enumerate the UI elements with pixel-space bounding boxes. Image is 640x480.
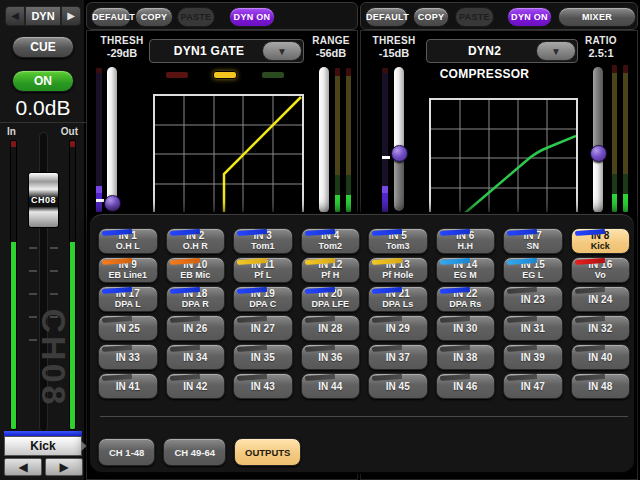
- channel-button[interactable]: IN 4Tom2: [301, 228, 361, 254]
- comp-thresh-slider-upper[interactable]: [394, 67, 404, 155]
- view-next-button[interactable]: ▶: [61, 6, 81, 26]
- channel-name: Pf L: [254, 270, 271, 281]
- channel-button[interactable]: IN 38: [436, 344, 496, 370]
- dyn1-dropdown-button[interactable]: ▼: [262, 41, 302, 61]
- channel-button[interactable]: IN 37: [368, 344, 428, 370]
- channel-button[interactable]: IN 8Kick: [571, 228, 631, 254]
- channel-button[interactable]: IN 33: [98, 344, 158, 370]
- channel-button[interactable]: IN 47: [503, 373, 563, 399]
- fader-handle[interactable]: CH08: [28, 172, 59, 228]
- comp-key-level-meter: [381, 67, 389, 213]
- channel-name-label[interactable]: Kick: [4, 436, 82, 456]
- prev-channel-button[interactable]: ◀: [4, 458, 42, 476]
- channel-button[interactable]: IN 29: [368, 315, 428, 341]
- channel-button[interactable]: IN 32: [571, 315, 631, 341]
- dyn2-type-dropdown[interactable]: DYN2 COMPRESSOR ▼: [426, 39, 578, 63]
- channel-name: Pf Hole: [382, 270, 413, 281]
- channel-button[interactable]: IN 5Tom3: [368, 228, 428, 254]
- comp-ratio-slider-upper[interactable]: [593, 67, 603, 155]
- channel-bank-tab[interactable]: OUTPUTS: [234, 438, 301, 466]
- channel-button[interactable]: IN 10EB Mic: [166, 257, 226, 283]
- channel-button[interactable]: IN 13Pf Hole: [368, 257, 428, 283]
- channel-button[interactable]: IN 20DPA LFE: [301, 286, 361, 312]
- channel-button[interactable]: IN 23: [503, 286, 563, 312]
- channel-button[interactable]: IN 11Pf L: [233, 257, 293, 283]
- channel-button[interactable]: IN 12Pf H: [301, 257, 361, 283]
- channel-button[interactable]: IN 15EG L: [503, 257, 563, 283]
- channel-button[interactable]: IN 19DPA C: [233, 286, 293, 312]
- dyn2-paste-button[interactable]: PASTE: [455, 7, 494, 27]
- channel-button[interactable]: IN 36: [301, 344, 361, 370]
- channel-button[interactable]: IN 21DPA Ls: [368, 286, 428, 312]
- channel-bank-tab[interactable]: CH 49-64: [163, 438, 226, 466]
- dyn2-copy-button[interactable]: COPY: [413, 7, 449, 27]
- gate-range-slider[interactable]: [319, 67, 329, 213]
- channel-name: DPA L: [115, 299, 141, 310]
- channel-button[interactable]: IN 3Tom1: [233, 228, 293, 254]
- next-channel-button[interactable]: ▶: [45, 458, 83, 476]
- channel-button[interactable]: IN 2O.H R: [166, 228, 226, 254]
- channel-button[interactable]: IN 16Vo: [571, 257, 631, 283]
- view-prev-button[interactable]: ◀: [5, 6, 25, 26]
- dyn2-dropdown-button[interactable]: ▼: [536, 41, 576, 61]
- channel-button[interactable]: IN 24: [571, 286, 631, 312]
- channel-on-button[interactable]: ON: [12, 70, 74, 92]
- dyn2-type-label: DYN2 COMPRESSOR: [427, 40, 542, 62]
- dyn1-default-button[interactable]: DEFAULT: [91, 7, 131, 27]
- dyn1-on-button[interactable]: DYN ON: [229, 7, 275, 27]
- channel-name: Pf H: [321, 270, 339, 281]
- channel-button[interactable]: IN 14EG M: [436, 257, 496, 283]
- channel-button[interactable]: IN 18DPA R: [166, 286, 226, 312]
- channel-button[interactable]: IN 34: [166, 344, 226, 370]
- channel-button[interactable]: IN 45: [368, 373, 428, 399]
- comp-thresh-knob[interactable]: [391, 145, 408, 162]
- channel-bank-tab[interactable]: CH 1-48: [98, 438, 155, 466]
- channel-button[interactable]: IN 43: [233, 373, 293, 399]
- channel-name: Kick: [591, 241, 610, 252]
- channel-button[interactable]: IN 41: [98, 373, 158, 399]
- cue-button[interactable]: CUE: [12, 36, 74, 58]
- channel-button[interactable]: IN 35: [233, 344, 293, 370]
- channel-button[interactable]: IN 48: [571, 373, 631, 399]
- thresh-value: -29dB: [93, 47, 151, 59]
- channel-id: IN 35: [251, 352, 275, 363]
- channel-button[interactable]: IN 39: [503, 344, 563, 370]
- channel-id: IN 29: [386, 323, 410, 334]
- channel-button[interactable]: IN 9EB Line1: [98, 257, 158, 283]
- channel-button[interactable]: IN 1O.H L: [98, 228, 158, 254]
- channel-button[interactable]: IN 30: [436, 315, 496, 341]
- dyn1-paste-button[interactable]: PASTE: [177, 7, 215, 27]
- dyn1-copy-button[interactable]: COPY: [135, 7, 173, 27]
- thresh-label: THRESH: [93, 35, 151, 46]
- channel-button[interactable]: IN 27: [233, 315, 293, 341]
- channel-id: IN 30: [453, 323, 477, 334]
- dyn2-on-button[interactable]: DYN ON: [507, 7, 552, 27]
- channel-button[interactable]: IN 22DPA Rs: [436, 286, 496, 312]
- gate-open-led: [261, 71, 285, 79]
- gate-thresh-slider[interactable]: [107, 67, 117, 211]
- channel-button[interactable]: IN 31: [503, 315, 563, 341]
- gate-closed-led: [165, 71, 189, 79]
- gate-thresh-knob[interactable]: [104, 195, 121, 212]
- dyn1-type-dropdown[interactable]: DYN1 GATE ▼: [149, 39, 304, 63]
- channel-button[interactable]: IN 42: [166, 373, 226, 399]
- dyn2-default-button[interactable]: DEFAULT: [365, 7, 408, 27]
- comp-thresh-slider-lower[interactable]: [394, 155, 404, 211]
- chevron-down-icon: ▼: [551, 46, 561, 57]
- channel-button[interactable]: IN 17DPA L: [98, 286, 158, 312]
- channel-button[interactable]: IN 40: [571, 344, 631, 370]
- ratio-value: 2.5:1: [573, 47, 629, 59]
- channel-name: Tom3: [386, 241, 409, 252]
- channel-button[interactable]: IN 44: [301, 373, 361, 399]
- channel-button[interactable]: IN 28: [301, 315, 361, 341]
- channel-button[interactable]: IN 6H.H: [436, 228, 496, 254]
- channel-button[interactable]: IN 46: [436, 373, 496, 399]
- channel-button[interactable]: IN 25: [98, 315, 158, 341]
- comp-ratio-slider-lower[interactable]: [593, 155, 603, 213]
- channel-name: EB Mic: [180, 270, 210, 281]
- channel-id: IN 47: [521, 381, 545, 392]
- channel-button[interactable]: IN 26: [166, 315, 226, 341]
- mixer-button[interactable]: MIXER: [558, 7, 636, 27]
- channel-button[interactable]: IN 7SN: [503, 228, 563, 254]
- comp-ratio-knob[interactable]: [590, 145, 607, 162]
